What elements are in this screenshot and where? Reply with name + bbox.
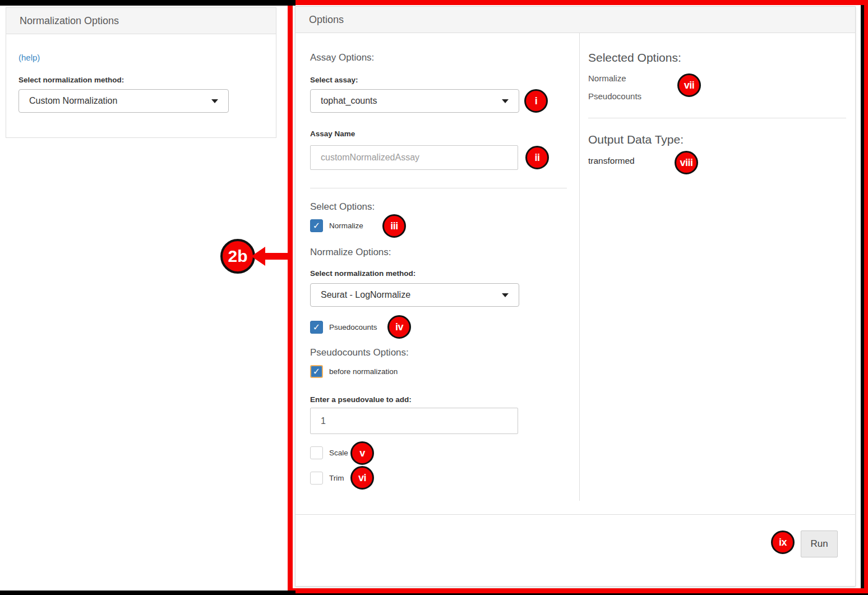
section-divider: [310, 188, 567, 188]
pseudocounts-options-heading: Pseudocounts Options:: [310, 347, 409, 358]
pseudovalue-label: Enter a pseudovalue to add:: [310, 395, 412, 404]
trim-checkbox[interactable]: [310, 472, 323, 485]
normalization-method-value: Seurat - LogNormalize: [321, 290, 410, 300]
column-divider: [579, 33, 580, 501]
step-2b-arrow-shaft: [264, 253, 290, 260]
options-card: Options Assay Options: Select assay: top…: [295, 6, 856, 587]
normalize-checkbox-label: Normalize: [329, 222, 363, 230]
normalization-method-select[interactable]: Custom Normalization: [19, 89, 229, 113]
chevron-down-icon: [502, 99, 509, 103]
help-link[interactable]: (help): [19, 53, 40, 62]
annotation-marker-ii: ii: [525, 146, 549, 169]
pseudocounts-checkbox-row[interactable]: Psuedocounts: [310, 321, 377, 334]
chevron-down-icon: [211, 99, 218, 103]
annotation-marker-vi: vi: [350, 466, 374, 490]
assay-name-label: Assay Name: [310, 130, 355, 138]
screenshot-top-border: [0, 0, 296, 6]
screenshot-edge: Options Assay Options: Select assay: top…: [293, 5, 864, 588]
annotation-red-frame: Options Assay Options: Select assay: top…: [288, 0, 868, 593]
normalize-checkbox-row[interactable]: Normalize: [310, 219, 363, 232]
chevron-down-icon: [502, 293, 509, 297]
selected-option-item: Normalize: [588, 73, 626, 83]
scale-checkbox-label: Scale: [329, 449, 348, 457]
normalize-options-heading: Normalize Options:: [310, 247, 391, 258]
page: Normalization Options (help) Select norm…: [0, 0, 868, 595]
pseudocounts-checkbox[interactable]: [310, 321, 323, 334]
trim-checkbox-row[interactable]: Trim: [310, 472, 344, 485]
selected-option-item: Pseudocounts: [588, 91, 641, 101]
assay-name-input[interactable]: [310, 145, 518, 170]
normalization-options-body: (help) Select normalization method: Cust…: [6, 34, 276, 138]
select-assay-label: Select assay:: [310, 76, 358, 84]
normalization-method-select[interactable]: Seurat - LogNormalize: [310, 283, 519, 307]
assay-select[interactable]: tophat_counts: [310, 89, 519, 113]
normalization-method-label: Select normalization method:: [310, 269, 415, 278]
normalization-method-label: Select normalization method:: [19, 76, 124, 84]
before-normalization-checkbox[interactable]: [310, 365, 323, 378]
annotation-marker-viii: viii: [675, 151, 698, 174]
normalization-method-value: Custom Normalization: [29, 96, 117, 106]
step-2b-annotation: 2b: [220, 239, 255, 274]
run-button[interactable]: Run: [801, 531, 838, 557]
annotation-marker-i: i: [524, 89, 548, 113]
selected-options-heading: Selected Options:: [588, 51, 681, 64]
annotation-marker-iii: iii: [382, 214, 406, 238]
options-panel-background: Options Assay Options: Select assay: top…: [293, 5, 861, 588]
pseudocounts-checkbox-label: Psuedocounts: [329, 323, 377, 331]
normalization-options-title: Normalization Options: [20, 15, 119, 27]
options-footer: Run: [296, 514, 855, 586]
scale-checkbox-row[interactable]: Scale: [310, 446, 348, 459]
normalization-options-header: Normalization Options: [6, 8, 276, 34]
annotation-marker-v: v: [350, 441, 374, 465]
output-data-type-heading: Output Data Type:: [588, 133, 684, 146]
step-2b-arrow-head-icon: [251, 247, 265, 266]
normalization-options-card: Normalization Options (help) Select norm…: [6, 7, 276, 138]
options-title: Options: [309, 14, 344, 26]
before-normalization-checkbox-row[interactable]: before normalization: [310, 365, 398, 378]
assay-select-value: tophat_counts: [321, 96, 377, 106]
trim-checkbox-label: Trim: [329, 474, 344, 482]
scale-checkbox[interactable]: [310, 446, 323, 459]
assay-options-heading: Assay Options:: [310, 52, 374, 63]
screenshot-bottom-border: [0, 591, 296, 595]
annotation-marker-ix: ix: [771, 531, 795, 554]
select-options-heading: Select Options:: [310, 201, 375, 213]
before-normalization-label: before normalization: [329, 367, 398, 376]
output-data-type-value: transformed: [588, 156, 635, 166]
pseudovalue-input[interactable]: [310, 408, 518, 434]
normalize-checkbox[interactable]: [310, 219, 323, 232]
summary-divider: [588, 118, 846, 118]
options-body: Assay Options: Select assay: tophat_coun…: [296, 33, 855, 514]
annotation-marker-vii: vii: [677, 73, 701, 97]
annotation-marker-iv: iv: [387, 315, 411, 339]
options-header: Options: [296, 7, 855, 33]
